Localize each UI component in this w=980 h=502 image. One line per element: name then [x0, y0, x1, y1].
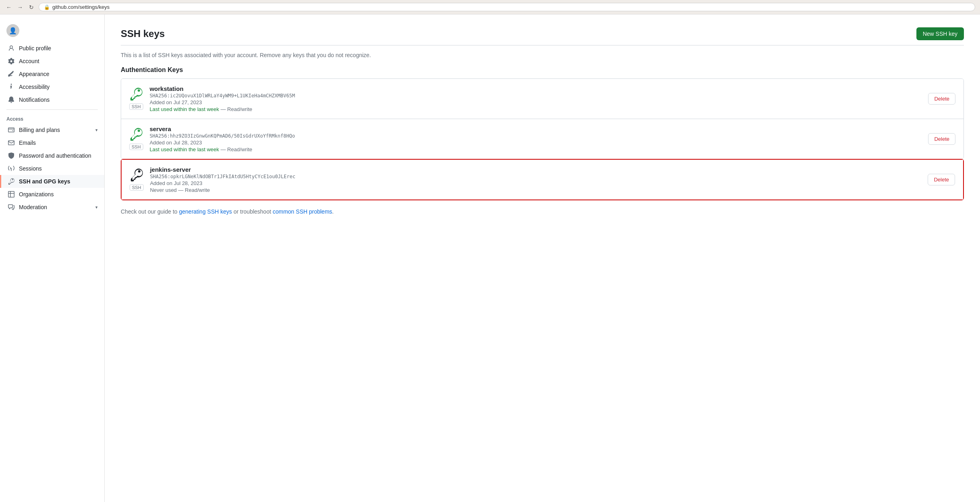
sidebar-item-label: Organizations [19, 191, 54, 198]
common-ssh-problems-link[interactable]: common SSH problems [272, 208, 332, 215]
key-added: Added on Jul 28, 2023 [150, 180, 922, 186]
key-usage: Never used — Read/write [150, 187, 922, 193]
key-usage: Last used within the last week — Read/wr… [150, 146, 922, 152]
accessibility-icon [8, 83, 15, 91]
key-icon-wrap: SSH [130, 169, 144, 191]
key-hash: SHA256:hhz9ZO3IzGnwGnKQPmAD6/50IsGdrUXoY… [150, 133, 922, 139]
delete-workstation-button[interactable]: Delete [928, 93, 955, 105]
key-item-jenkins-server: SSH jenkins-server SHA256:opkrLGNeKlNdOB… [122, 160, 963, 200]
sidebar-item-billing[interactable]: Billing and plans ▾ [0, 123, 104, 136]
key-name: jenkins-server [150, 166, 922, 173]
credit-card-icon [8, 126, 15, 134]
lock-icon: 🔒 [44, 4, 50, 10]
key-item-jenkins-server-container: SSH jenkins-server SHA256:opkrLGNeKlNdOB… [121, 159, 964, 200]
page-header: SSH keys New SSH key [121, 27, 964, 40]
reload-button[interactable]: ↻ [27, 3, 35, 11]
ssh-badge: SSH [129, 103, 143, 110]
mail-icon [8, 139, 15, 146]
page-title: SSH keys [121, 28, 165, 39]
sidebar-item-password[interactable]: Password and authentication [0, 149, 104, 162]
generating-ssh-keys-link[interactable]: generating SSH keys [179, 208, 232, 215]
key-icon-wrap: SSH [129, 88, 143, 110]
sidebar-item-public-profile[interactable]: Public profile [0, 42, 104, 55]
page-description: This is a list of SSH keys associated wi… [121, 52, 964, 58]
key-added: Added on Jul 28, 2023 [150, 140, 922, 146]
avatar: 👤 [6, 24, 19, 37]
sidebar-item-label: Sessions [19, 165, 42, 172]
key-item-servera: SSH servera SHA256:hhz9ZO3IzGnwGnKQPmAD6… [121, 119, 963, 159]
comment-icon [8, 204, 15, 211]
key-name: servera [150, 126, 922, 132]
back-button[interactable]: ← [5, 3, 13, 11]
sidebar-item-label: Account [19, 58, 39, 64]
chevron-down-icon: ▾ [95, 128, 98, 133]
key-svg-icon [130, 169, 143, 183]
browser-bar: ← → ↻ 🔒 github.com/settings/keys [0, 0, 980, 14]
sidebar-top-nav: Public profile Account Appearance Access… [0, 42, 104, 106]
main-content: SSH keys New SSH key This is a list of S… [105, 14, 980, 502]
sidebar-item-appearance[interactable]: Appearance [0, 68, 104, 80]
key-list: SSH workstation SHA256:ic2UQovuX1DlWRLaY… [121, 78, 964, 159]
sidebar-item-ssh-gpg[interactable]: SSH and GPG keys [0, 175, 104, 188]
key-info: jenkins-server SHA256:opkrLGNeKlNdOBTr1J… [150, 166, 922, 193]
sidebar-item-moderation[interactable]: Moderation ▾ [0, 201, 104, 214]
person-icon [8, 45, 15, 52]
key-svg-icon [130, 128, 142, 142]
new-ssh-key-button[interactable]: New SSH key [916, 27, 964, 40]
brush-icon [8, 70, 15, 78]
sidebar-item-label: Moderation [19, 204, 47, 210]
sidebar-item-label: Notifications [19, 97, 50, 103]
sidebar-item-label: Appearance [19, 71, 50, 77]
key-info: servera SHA256:hhz9ZO3IzGnwGnKQPmAD6/50I… [150, 126, 922, 152]
sidebar-item-label: SSH and GPG keys [19, 178, 70, 185]
key-icon-wrap: SSH [129, 128, 143, 150]
forward-button[interactable]: → [16, 3, 24, 11]
key-added: Added on Jul 27, 2023 [150, 99, 922, 105]
key-item-workstation: SSH workstation SHA256:ic2UQovuX1DlWRLaY… [121, 79, 963, 119]
sidebar: 👤 Public profile Account Appearance [0, 14, 105, 502]
url-text: github.com/settings/keys [52, 4, 109, 10]
key-hash: SHA256:ic2UQovuX1DlWRLaY4yWM9+L1UKIeHa4m… [150, 93, 922, 99]
key-icon [8, 178, 15, 185]
sidebar-item-account[interactable]: Account [0, 55, 104, 68]
sidebar-item-label: Password and authentication [19, 152, 91, 159]
delete-servera-button[interactable]: Delete [928, 133, 955, 145]
key-name: workstation [150, 85, 922, 92]
delete-jenkins-button[interactable]: Delete [928, 174, 955, 185]
chevron-down-icon: ▾ [95, 205, 98, 210]
url-bar[interactable]: 🔒 github.com/settings/keys [39, 3, 975, 11]
sidebar-item-emails[interactable]: Emails [0, 136, 104, 149]
auth-keys-title: Authentication Keys [121, 66, 964, 74]
sidebar-item-label: Billing and plans [19, 127, 60, 133]
shield-icon [8, 152, 15, 159]
key-info: workstation SHA256:ic2UQovuX1DlWRLaY4yWM… [150, 85, 922, 112]
key-usage: Last used within the last week — Read/wr… [150, 106, 922, 112]
sidebar-item-label: Emails [19, 140, 36, 146]
access-section-label: Access [0, 113, 104, 123]
sidebar-divider [6, 109, 98, 110]
sidebar-item-label: Public profile [19, 45, 51, 51]
bell-icon [8, 96, 15, 103]
sidebar-item-label: Accessibility [19, 84, 50, 90]
sidebar-item-notifications[interactable]: Notifications [0, 93, 104, 106]
sidebar-item-sessions[interactable]: Sessions [0, 162, 104, 175]
key-svg-icon [130, 88, 142, 102]
ssh-badge: SSH [129, 144, 143, 150]
broadcast-icon [8, 165, 15, 172]
ssh-badge: SSH [130, 184, 144, 191]
key-hash: SHA256:opkrLGNeKlNdOBTr1JFkIAtdU5HtyCYcE… [150, 174, 922, 179]
sidebar-item-organizations[interactable]: Organizations [0, 188, 104, 201]
footer-text: Check out our guide to generating SSH ke… [121, 208, 964, 215]
sidebar-item-accessibility[interactable]: Accessibility [0, 80, 104, 93]
gear-icon [8, 58, 15, 65]
table-icon [8, 191, 15, 198]
